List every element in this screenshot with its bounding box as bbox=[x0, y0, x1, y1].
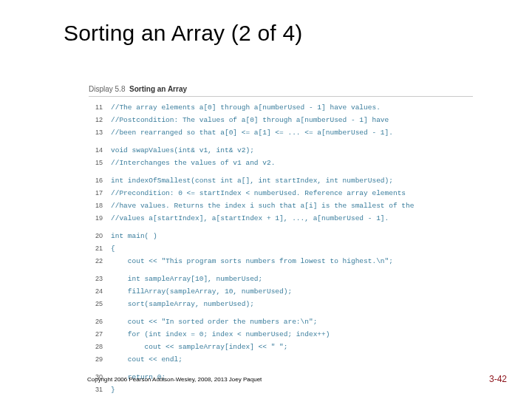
code-line: 28 cout << sampleArray[index] << " "; bbox=[89, 341, 415, 353]
code-line: 31} bbox=[89, 383, 415, 396]
slide: Sorting an Array (2 of 4) Display 5.8 So… bbox=[0, 0, 532, 399]
code-line: 23 int sampleArray[10], numberUsed; bbox=[89, 273, 415, 285]
slide-title: Sorting an Array (2 of 4) bbox=[64, 21, 303, 46]
code-display: Display 5.8 Sorting an Array 11//The arr… bbox=[89, 85, 473, 396]
display-header: Display 5.8 Sorting an Array bbox=[89, 85, 473, 93]
code-line: 18//have values. Returns the index i suc… bbox=[89, 200, 415, 212]
code-line: 13//been rearranged so that a[0] <= a[1]… bbox=[89, 126, 415, 139]
page-number: 3-42 bbox=[489, 374, 507, 384]
code-line: 27 for (int index = 0; index < numberUse… bbox=[89, 328, 415, 341]
code-line: 15//Interchanges the values of v1 and v2… bbox=[89, 157, 415, 169]
code-line: 14void swapValues(int& v1, int& v2); bbox=[89, 144, 415, 157]
code-line: 26 cout << "In sorted order the numbers … bbox=[89, 316, 415, 328]
display-rule bbox=[89, 96, 473, 97]
code-line: 22 cout << "This program sorts numbers f… bbox=[89, 255, 415, 267]
code-line: 19//values a[startIndex], a[startIndex +… bbox=[89, 212, 415, 225]
display-label: Display 5.8 bbox=[89, 85, 125, 93]
display-caption: Sorting an Array bbox=[129, 85, 187, 93]
code-line: 12//Postcondition: The values of a[0] th… bbox=[89, 114, 415, 126]
code-listing: 11//The array elements a[0] through a[nu… bbox=[89, 101, 415, 396]
code-line: 24 fillArray(sampleArray, 10, numberUsed… bbox=[89, 285, 415, 298]
code-line: 20int main( ) bbox=[89, 230, 415, 242]
code-line: 25 sort(sampleArray, numberUsed); bbox=[89, 298, 415, 310]
code-line: 11//The array elements a[0] through a[nu… bbox=[89, 101, 415, 114]
copyright-text: Copyright 2006 Pearson Addison-Wesley, 2… bbox=[87, 376, 262, 383]
code-line: 21{ bbox=[89, 242, 415, 255]
code-line: 16int indexOfSmallest(const int a[], int… bbox=[89, 174, 415, 187]
code-line: 29 cout << endl; bbox=[89, 353, 415, 366]
code-line: 17//Precondition: 0 <= startIndex < numb… bbox=[89, 187, 415, 200]
